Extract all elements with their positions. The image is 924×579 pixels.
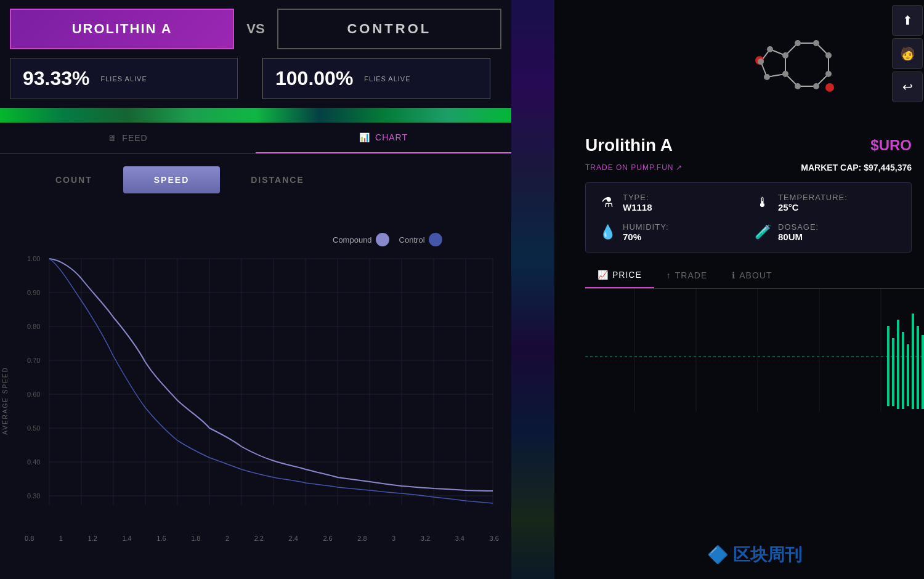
feed-icon: 🖥: [108, 133, 117, 143]
nav-tabs: 🖥 FEED 📊 CHART: [0, 123, 511, 154]
svg-rect-63: [892, 338, 894, 406]
control-label: Control: [399, 235, 425, 245]
compound-stat-label: FLIES ALIVE: [101, 75, 147, 83]
temperature-label: TEMPERATURE:: [778, 193, 848, 202]
compound-percent: 93.33%: [23, 67, 90, 90]
svg-point-55: [764, 74, 770, 80]
person-icon-btn[interactable]: 🧑: [892, 38, 923, 69]
control-stat-label: FLIES ALIVE: [364, 75, 410, 83]
chart-svg: .grid-line { stroke: #1e1e2e; stroke-wid…: [25, 246, 499, 530]
market-cap-value: $97,445,376: [864, 163, 912, 172]
svg-point-48: [825, 52, 832, 59]
arrow-icon: ↗: [676, 163, 683, 172]
price-icon: 📈: [598, 270, 609, 280]
svg-rect-69: [922, 335, 924, 409]
svg-text:0.30: 0.30: [27, 492, 40, 500]
vs-label: VS: [241, 21, 269, 37]
dosage-label: DOSAGE:: [778, 222, 819, 232]
compound-dot: [376, 233, 389, 246]
control-percent: 100.00%: [275, 67, 353, 90]
svg-text:0.90: 0.90: [27, 289, 40, 296]
svg-point-52: [782, 71, 788, 77]
legend-compound: Compound: [333, 233, 389, 246]
type-icon: ⚗: [598, 195, 617, 211]
trade-link[interactable]: TRADE ON PUMP.FUN ↗: [585, 163, 683, 172]
svg-point-50: [813, 83, 819, 89]
bg-strip: [511, 0, 554, 579]
compound-ticker: $URO: [870, 137, 912, 154]
legend: Compound Control: [333, 233, 442, 246]
svg-rect-65: [902, 332, 904, 409]
distance-btn[interactable]: DISTANCE: [220, 166, 335, 193]
price-tab-label: PRICE: [612, 270, 642, 280]
tab-chart[interactable]: 📊 CHART: [256, 123, 511, 153]
humidity-icon: 💧: [598, 224, 617, 240]
tab-trade[interactable]: ↑ TRADE: [654, 262, 719, 288]
tab-about[interactable]: ℹ ABOUT: [719, 262, 784, 288]
left-panel: UROLITHIN A VS CONTROL 93.33% FLIES ALIV…: [0, 0, 511, 579]
svg-point-45: [782, 52, 788, 59]
tab-price[interactable]: 📈 PRICE: [585, 262, 654, 288]
dosage-item: 🧪 DOSAGE: 80UM: [753, 222, 899, 242]
compound-header: Urolithin A $URO: [573, 123, 924, 160]
type-label: TYPE:: [623, 193, 652, 202]
tab-feed[interactable]: 🖥 FEED: [0, 123, 256, 153]
svg-rect-68: [917, 326, 919, 409]
control-button[interactable]: CONTROL: [277, 9, 501, 49]
svg-point-53: [767, 46, 773, 52]
speed-btn[interactable]: SPEED: [123, 166, 220, 193]
compound-stat-box: 93.33% FLIES ALIVE: [10, 58, 238, 99]
svg-point-51: [795, 83, 801, 89]
info-box: ⚗ TYPE: W1118 🌡 TEMPERATURE: 25°C 💧: [585, 182, 912, 253]
svg-text:0.40: 0.40: [27, 458, 40, 466]
chart-controls: COUNT SPEED DISTANCE: [0, 154, 511, 206]
svg-rect-62: [887, 326, 890, 406]
svg-text:0.50: 0.50: [27, 424, 40, 432]
temperature-value: 25°C: [778, 202, 848, 213]
control-stat-box: 100.00% FLIES ALIVE: [262, 58, 490, 99]
undo-icon-btn[interactable]: ↩: [892, 71, 923, 102]
top-icons: ⬆ 🧑 ↩: [887, 0, 924, 107]
control-label: CONTROL: [347, 21, 431, 36]
upload-icon-btn[interactable]: ⬆: [892, 5, 923, 36]
trade-tab-label: TRADE: [675, 270, 707, 280]
temperature-icon: 🌡: [753, 195, 772, 211]
svg-text:0.70: 0.70: [27, 357, 40, 364]
about-icon: ℹ: [732, 270, 736, 280]
dosage-value: 80UM: [778, 232, 819, 242]
humidity-item: 💧 HUMIDITY: 70%: [598, 222, 744, 242]
type-item: ⚗ TYPE: W1118: [598, 193, 744, 213]
count-btn[interactable]: COUNT: [25, 166, 123, 193]
control-dot: [429, 233, 442, 246]
info-grid: ⚗ TYPE: W1118 🌡 TEMPERATURE: 25°C 💧: [598, 193, 899, 242]
compound-button[interactable]: UROLITHIN A: [10, 9, 234, 49]
market-cap-label: MARKET CAP:: [801, 163, 861, 172]
compound-label: Compound: [333, 235, 372, 245]
humidity-label: HUMIDITY:: [623, 222, 669, 232]
svg-text:0.60: 0.60: [27, 391, 40, 398]
glitch-banner: [0, 108, 511, 123]
dosage-icon: 🧪: [753, 224, 772, 240]
price-chart: 0.00 🔷 区块周刊: [585, 289, 924, 579]
compound-name: Urolithin A: [585, 136, 673, 155]
stats-row: 93.33% FLIES ALIVE 100.00% FLIES ALIVE: [0, 58, 511, 108]
chart-label: CHART: [375, 132, 408, 142]
compound-name-label: UROLITHIN A: [72, 21, 172, 36]
watermark: 🔷 区块周刊: [707, 543, 803, 567]
molecule-area: [727, 12, 881, 123]
legend-control: Control: [399, 233, 442, 246]
svg-point-54: [758, 59, 764, 65]
chart-icon: 📊: [359, 132, 370, 142]
type-value: W1118: [623, 202, 652, 213]
trade-label: TRADE ON PUMP.FUN: [585, 163, 673, 172]
svg-rect-67: [912, 314, 914, 409]
about-tab-label: ABOUT: [739, 270, 772, 280]
trade-icon: ↑: [667, 270, 671, 280]
svg-point-44: [825, 83, 834, 92]
svg-rect-66: [907, 344, 909, 406]
svg-point-47: [813, 40, 819, 46]
svg-text:0.80: 0.80: [27, 323, 40, 330]
header-row: UROLITHIN A VS CONTROL: [0, 0, 511, 58]
temperature-item: 🌡 TEMPERATURE: 25°C: [753, 193, 899, 213]
x-axis-labels: 0.8 1 1.2 1.4 1.6 1.8 2 2.2 2.4 2.6 2.8 …: [25, 535, 499, 542]
